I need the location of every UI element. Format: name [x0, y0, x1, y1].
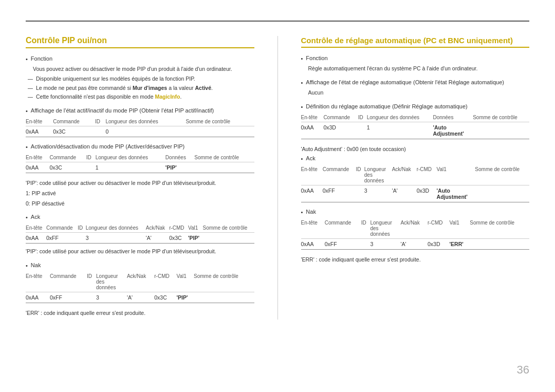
r-bullet-icon1: • — [301, 55, 303, 62]
rtd2-ack: 'A' — [392, 185, 417, 202]
th2-cmd: Commande — [49, 153, 86, 162]
rtd1-id — [358, 122, 367, 139]
pip-note1: 'PIP': code utilisé pour activer ou désa… — [26, 179, 254, 188]
note2: Le mode ne peut pas être commandé si Mur… — [36, 84, 254, 92]
right-ack-label: Ack — [306, 155, 315, 161]
left-table2: En-tête Commande ID Longueur des données… — [26, 153, 254, 173]
rth3-ack: Ack/Nak — [400, 218, 428, 239]
right-table3: En-tête Commande ID Longueurdesdonnées A… — [301, 218, 530, 250]
rtd2-len: 3 — [364, 185, 392, 202]
activate-label: Activation/désactivation du mode PIP (Ac… — [31, 143, 184, 150]
td3-len: 3 — [86, 233, 146, 244]
rth2-cmd: Commande — [323, 165, 356, 185]
note2-part3: . — [211, 85, 213, 91]
td-len1: 0 — [105, 126, 186, 137]
td2-len: 1 — [96, 162, 165, 173]
th3-val: Val1 — [188, 223, 203, 233]
td-entet1: 0xAA — [26, 126, 53, 137]
state-bullet: • Affichage de l'état actif/inactif du m… — [26, 107, 254, 114]
right-display-block: • Affichage de l'état de réglage automat… — [301, 79, 530, 97]
th2-id: ID — [86, 153, 96, 162]
th3-rcmd: r-CMD — [169, 223, 188, 233]
table-row: 0xAA 0xFF 3 'A' 0x3C 'PIP' — [26, 233, 254, 244]
rtd1-data: 'AutoAdjustment' — [433, 122, 473, 139]
td4-entet: 0xAA — [26, 292, 50, 303]
pip-1: 1: PIP activé — [26, 190, 254, 198]
td4-rcmd: 0x3C — [154, 292, 176, 303]
th3-entet: En-tête — [26, 223, 46, 233]
state-label: Affichage de l'état actif/inactif du mod… — [31, 107, 214, 114]
rth1-len: Longueur des données — [367, 113, 433, 122]
rtd3-cmd: 0xFF — [325, 239, 361, 250]
th4-val: Val1 — [177, 272, 194, 292]
left-column: Contrôle PIP oui/non • Fonction Vous pou… — [26, 36, 254, 320]
right-function-block: • Fonction Règle automatiquement l'écran… — [301, 55, 530, 73]
rth3-len: Longueurdesdonnées — [371, 218, 401, 239]
td-id1 — [95, 126, 106, 137]
th2-len: Longueur des données — [96, 153, 165, 162]
rtd3-id — [361, 239, 371, 250]
right-function-desc: Règle automatiquement l'écran du système… — [308, 65, 530, 73]
pip-notes-block: 'PIP': code utilisé pour activer ou désa… — [26, 179, 254, 208]
th-cmd1: Commande — [53, 117, 95, 126]
rth1-entet: En-tête — [301, 113, 324, 122]
nak-bullet: • Nak — [26, 262, 254, 269]
rtd1-len: 1 — [367, 122, 433, 139]
td4-cmd: 0xFF — [50, 292, 87, 303]
td3-rcmd: 0x3C — [169, 233, 188, 244]
right-section-title: Contrôle de réglage automatique (PC et B… — [301, 36, 530, 48]
right-define-label: Définition du réglage automatique (Défin… — [306, 103, 467, 109]
rth1-sum: Somme de contrôle — [473, 113, 529, 122]
rth3-rcmd: r-CMD — [428, 218, 450, 239]
td3-cmd: 0xFF — [46, 233, 78, 244]
td2-entet: 0xAA — [26, 162, 49, 173]
right-display-label: Affichage de l'état de réglage automatiq… — [306, 79, 504, 85]
note3-magic: MagicInfo — [155, 94, 180, 100]
rth3-entet: En-tête — [301, 218, 325, 239]
right-ack-block: • Ack En-tête Commande ID Longueurdesdon… — [301, 155, 530, 202]
td-sum1 — [186, 126, 254, 137]
note2-active: Activé — [195, 85, 212, 91]
table-row: 0xAA 0xFF 3 'A' 0x3D 'AutoAdjustment' — [301, 185, 530, 202]
th4-len: Longueurdesdonnées — [96, 272, 127, 292]
th4-id: ID — [87, 272, 96, 292]
page-container: Contrôle PIP oui/non • Fonction Vous pou… — [0, 0, 555, 392]
right-function-label: Fonction — [306, 55, 327, 61]
function-desc: Vous pouvez activer ou désactiver le mod… — [33, 65, 254, 73]
note1: Disponible uniquement sur les modèles éq… — [36, 75, 254, 83]
rtd1-cmd: 0x3D — [323, 122, 358, 139]
td3-entet: 0xAA — [26, 233, 46, 244]
table-row: 0xAA 0x3C 1 'PIP' — [26, 162, 254, 173]
top-border — [26, 21, 529, 22]
column-divider — [278, 36, 278, 320]
left-state-block: • Affichage de l'état actif/inactif du m… — [26, 107, 254, 137]
td4-ack: 'A' — [127, 292, 154, 303]
rth1-data: Données — [433, 113, 473, 122]
right-table1: En-tête Commande ID Longueur des données… — [301, 113, 530, 139]
right-function-bullet: • Fonction — [301, 55, 530, 62]
rtd3-sum — [470, 239, 529, 250]
right-table2: En-tête Commande ID Longueurdesdonnées A… — [301, 165, 530, 202]
th-sum1: Somme de contrôle — [186, 117, 254, 126]
td4-len: 3 — [96, 292, 127, 303]
th4-entet: En-tête — [26, 272, 50, 292]
ack-label: Ack — [31, 214, 40, 220]
function-label: Fonction — [31, 55, 52, 62]
rth2-len: Longueurdesdonnées — [364, 165, 392, 185]
note2-part1: Le mode ne peut pas être commandé si — [36, 85, 133, 91]
r-bullet-icon5: • — [301, 209, 303, 215]
right-define-block: • Définition du réglage automatique (Déf… — [301, 103, 530, 139]
td3-ack: 'A' — [146, 233, 169, 244]
td2-cmd: 0x3C — [49, 162, 86, 173]
note3-part2: . — [180, 94, 181, 100]
bullet-icon: • — [26, 56, 28, 62]
left-table1: En-tête Commande ID Longueur des données… — [26, 117, 254, 137]
rtd2-rcmd: 0x3D — [417, 185, 437, 202]
rth2-val: Val1 — [437, 165, 475, 185]
rth2-sum: Somme de contrôle — [475, 165, 529, 185]
th4-rcmd: r-CMD — [154, 272, 176, 292]
table-row: 0xAA 0xFF 3 'A' 0x3C 'PIP' — [26, 292, 254, 303]
rth1-cmd: Commande — [323, 113, 358, 122]
th2-data: Données — [165, 153, 194, 162]
td4-id — [87, 292, 96, 303]
